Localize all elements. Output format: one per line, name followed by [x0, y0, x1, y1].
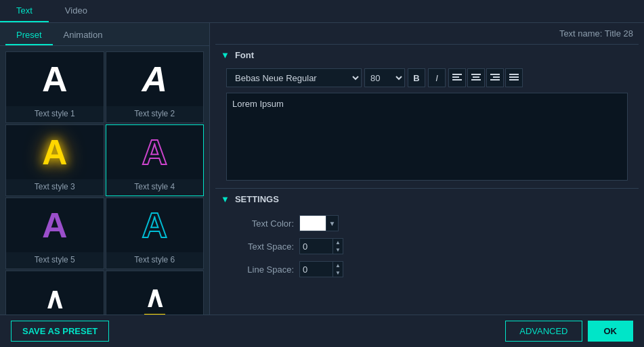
align-justify-button[interactable]: [505, 68, 523, 87]
settings-arrow-icon: ▼: [221, 194, 230, 204]
text-space-spinners: ▲ ▼: [333, 238, 343, 254]
bottom-bar: SAVE AS PRESET ADVANCED OK: [0, 315, 644, 347]
svg-rect-12: [509, 74, 519, 75]
line-space-spinners: ▲ ▼: [333, 261, 343, 277]
text-space-input[interactable]: [299, 238, 333, 254]
color-dropdown-button[interactable]: ▼: [326, 215, 339, 231]
bold-button[interactable]: B: [408, 68, 425, 87]
settings-grid: Text Color: ▼ Text Space: ▲ ▼: [215, 210, 639, 283]
line-space-up[interactable]: ▲: [333, 262, 343, 269]
left-panel: Preset Animation A Text style 1 A Text s…: [0, 23, 210, 315]
svg-rect-4: [471, 74, 481, 75]
svg-rect-9: [493, 76, 500, 78]
style-item-7[interactable]: ∧ Text style 7: [5, 271, 104, 315]
top-tabs: Text Video: [0, 0, 644, 23]
style-label-5: Text style 5: [35, 255, 75, 264]
align-right-button[interactable]: [486, 68, 504, 87]
line-space-label: Line Space:: [226, 264, 294, 275]
align-left-icon: [452, 74, 462, 82]
style-label-4: Text style 4: [134, 182, 175, 191]
svg-rect-0: [452, 74, 462, 75]
text-space-up[interactable]: ▲: [333, 239, 343, 246]
settings-section-label: SETTINGS: [235, 194, 279, 204]
line-space-row: Line Space: ▲ ▼: [226, 261, 628, 277]
style-preview-1: A: [6, 52, 104, 106]
tab-text[interactable]: Text: [0, 0, 49, 22]
svg-rect-6: [471, 79, 481, 80]
text-space-input-wrap: ▲ ▼: [299, 238, 343, 254]
style-preview-8: ∧: [106, 271, 204, 315]
font-section: ▼ Font Bebas Neue Regular 80 72 64 48 36…: [215, 44, 639, 188]
svg-rect-1: [452, 76, 459, 78]
align-left-button[interactable]: [448, 68, 466, 87]
font-controls: Bebas Neue Regular 80 72 64 48 36 B I: [215, 66, 639, 93]
color-picker: ▼: [299, 215, 339, 231]
style-label-2: Text style 2: [134, 109, 175, 118]
style-item-8[interactable]: ∧ Text style 8: [106, 271, 205, 315]
font-arrow-icon: ▼: [221, 50, 230, 60]
align-center-icon: [471, 74, 481, 82]
text-space-row: Text Space: ▲ ▼: [226, 238, 628, 254]
style-item-3[interactable]: A Text style 3: [5, 124, 104, 196]
style-item-6[interactable]: A Text style 6: [106, 198, 205, 269]
style-preview-4: A: [106, 125, 204, 179]
tab-preset[interactable]: Preset: [5, 26, 53, 45]
align-justify-icon: [509, 74, 519, 82]
text-color-label: Text Color:: [226, 218, 294, 229]
style-label-1: Text style 1: [35, 109, 75, 118]
tab-video[interactable]: Video: [49, 0, 104, 22]
color-box[interactable]: [299, 215, 326, 231]
style-label-6: Text style 6: [134, 255, 175, 264]
style-letter-4: A: [142, 132, 167, 172]
tab-animation[interactable]: Animation: [53, 26, 114, 45]
right-buttons: ADVANCED OK: [505, 321, 633, 342]
style-letter-2: A: [142, 59, 167, 99]
svg-rect-2: [452, 79, 462, 80]
style-item-2[interactable]: A Text style 2: [106, 51, 205, 123]
settings-section-header[interactable]: ▼ SETTINGS: [215, 189, 639, 210]
style-preview-7: ∧: [6, 271, 104, 315]
svg-rect-8: [490, 74, 500, 75]
svg-rect-14: [509, 79, 519, 80]
svg-rect-13: [509, 76, 519, 78]
text-name-bar: Text name: Title 28: [210, 23, 644, 44]
align-center-button[interactable]: [467, 68, 485, 87]
style-item-5[interactable]: A Text style 5: [5, 198, 104, 269]
font-family-select[interactable]: Bebas Neue Regular: [226, 68, 362, 87]
save-as-preset-button[interactable]: SAVE AS PRESET: [11, 321, 109, 342]
style-letter-5: A: [42, 205, 68, 246]
style-letter-3: A: [42, 132, 68, 172]
style-item-4[interactable]: A Text style 4: [106, 124, 205, 196]
line-space-down[interactable]: ▼: [333, 269, 343, 277]
align-right-icon: [490, 74, 500, 82]
style-letter-7: ∧: [44, 282, 65, 315]
line-space-input[interactable]: [299, 261, 333, 277]
text-color-row: Text Color: ▼: [226, 215, 628, 231]
italic-button[interactable]: I: [428, 68, 446, 87]
right-panel: Text name: Title 28 ▼ Font Bebas Neue Re…: [210, 23, 644, 315]
sub-tabs: Preset Animation: [0, 23, 209, 46]
style-preview-6: A: [106, 198, 204, 252]
style-label-3: Text style 3: [35, 182, 75, 191]
line-space-input-wrap: ▲ ▼: [299, 261, 343, 277]
main-area: Preset Animation A Text style 1 A Text s…: [0, 23, 644, 315]
font-section-label: Font: [235, 50, 254, 60]
style-preview-3: A: [6, 125, 104, 179]
style-grid: A Text style 1 A Text style 2 A Text sty…: [0, 46, 209, 315]
text-space-down[interactable]: ▼: [333, 246, 343, 254]
text-space-label: Text Space:: [226, 241, 294, 252]
style-letter-6: A: [142, 205, 167, 246]
style-letter-1: A: [42, 59, 68, 99]
advanced-button[interactable]: ADVANCED: [505, 321, 582, 342]
font-size-select[interactable]: 80 72 64 48 36: [364, 68, 405, 87]
text-name: Text name: Title 28: [559, 28, 633, 39]
style-item-1[interactable]: A Text style 1: [5, 51, 104, 123]
style-letter-8: ∧: [144, 281, 165, 315]
settings-section: ▼ SETTINGS Text Color: ▼ Text Space:: [215, 188, 639, 283]
align-buttons: [448, 68, 523, 87]
style-preview-2: A: [106, 52, 204, 106]
ok-button[interactable]: OK: [588, 321, 634, 342]
text-content-input[interactable]: Lorem Ipsum: [226, 93, 628, 181]
text-area-wrap: Lorem Ipsum: [215, 93, 639, 188]
font-section-header[interactable]: ▼ Font: [215, 45, 639, 66]
